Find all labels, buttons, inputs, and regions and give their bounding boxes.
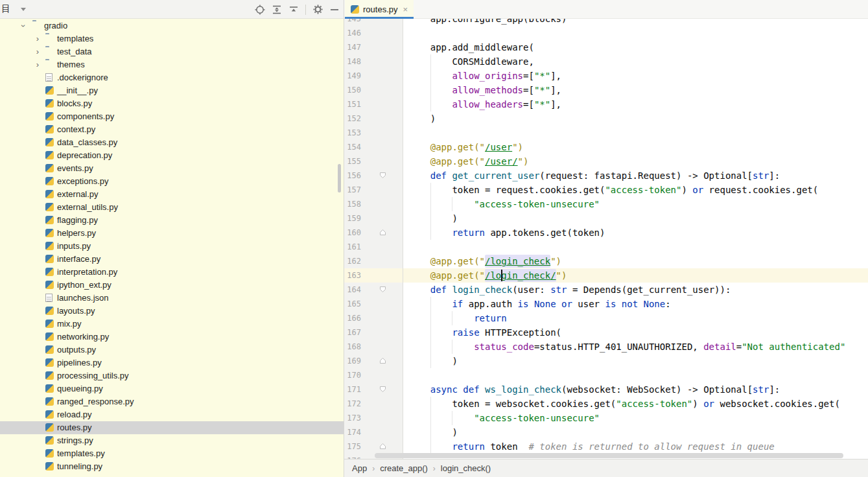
- tree-item-__init__.py[interactable]: __init__.py: [0, 84, 344, 97]
- code-line-153[interactable]: 153: [344, 126, 868, 140]
- code-line-174[interactable]: 174 ): [344, 425, 868, 439]
- fold-down-icon[interactable]: [379, 172, 386, 179]
- tree-item-label: themes: [57, 58, 85, 71]
- tree-item-exceptions.py[interactable]: exceptions.py: [0, 175, 344, 188]
- tree-item-templates[interactable]: ›templates: [0, 32, 344, 45]
- code-line-151[interactable]: 151 allow_headers=["*"],: [344, 97, 868, 111]
- code-line-149[interactable]: 149 allow_origins=["*"],: [344, 69, 868, 83]
- tree-item-blocks.py[interactable]: blocks.py: [0, 97, 344, 110]
- code-line-164[interactable]: 164 def login_check(user: str = Depends(…: [344, 283, 868, 297]
- code-line-146[interactable]: 146: [344, 26, 868, 40]
- code-line-175[interactable]: 175 return token # token is returned to …: [344, 439, 868, 454]
- fold-down-icon[interactable]: [379, 286, 386, 293]
- chevron-expanded-icon[interactable]: ›: [17, 22, 30, 30]
- code-line-147[interactable]: 147 app.add_middleware(: [344, 40, 868, 54]
- breadcrumb-item[interactable]: App: [352, 463, 367, 473]
- tree-item-gradio[interactable]: ›gradio: [0, 19, 344, 32]
- python-file-icon: [45, 255, 54, 263]
- tree-item-events.py[interactable]: events.py: [0, 162, 344, 175]
- chevron-collapsed-icon[interactable]: ›: [34, 58, 41, 71]
- chevron-collapsed-icon[interactable]: ›: [34, 45, 41, 58]
- code-line-161[interactable]: 161: [344, 240, 868, 254]
- tree-item-components.py[interactable]: components.py: [0, 110, 344, 123]
- chevron-collapsed-icon[interactable]: ›: [34, 32, 41, 45]
- line-number: 149: [344, 69, 361, 83]
- tree-item-flagging.py[interactable]: flagging.py: [0, 214, 344, 227]
- tree-item-.dockerignore[interactable]: .dockerignore: [0, 71, 344, 84]
- tree-item-inputs.py[interactable]: inputs.py: [0, 240, 344, 253]
- code-line-160[interactable]: 160 return app.tokens.get(token): [344, 226, 868, 240]
- code-line-167[interactable]: 167 raise HTTPException(: [344, 325, 868, 340]
- tree-item-ranged_response.py[interactable]: ranged_response.py: [0, 395, 344, 408]
- gear-icon[interactable]: [312, 5, 323, 15]
- fold-up-icon[interactable]: [379, 443, 386, 450]
- tree-item-routes.py[interactable]: routes.py: [0, 421, 344, 434]
- project-tree[interactable]: ›gradio›templates›test_data›themes.docke…: [0, 19, 344, 477]
- code-line-158[interactable]: 158 "access-token-unsecure": [344, 197, 868, 211]
- tree-item-data_classes.py[interactable]: data_classes.py: [0, 136, 344, 149]
- code-line-170[interactable]: 170: [344, 368, 868, 382]
- python-file-icon: [45, 281, 54, 289]
- tree-item-pipelines.py[interactable]: pipelines.py: [0, 356, 344, 369]
- close-icon[interactable]: ×: [403, 5, 408, 14]
- tree-item-label: .dockerignore: [57, 71, 108, 84]
- tree-item-external_utils.py[interactable]: external_utils.py: [0, 201, 344, 214]
- tree-item-helpers.py[interactable]: helpers.py: [0, 227, 344, 240]
- tree-item-mix.py[interactable]: mix.py: [0, 318, 344, 331]
- code-line-156[interactable]: 156 def get_current_user(request: fastap…: [344, 169, 868, 183]
- tree-item-ipython_ext.py[interactable]: ipython_ext.py: [0, 279, 344, 292]
- tree-item-deprecation.py[interactable]: deprecation.py: [0, 149, 344, 162]
- code-line-166[interactable]: 166 return: [344, 311, 868, 325]
- code-line-157[interactable]: 157 token = request.cookies.get("access-…: [344, 183, 868, 197]
- code-line-171[interactable]: 171 async def ws_login_check(websocket: …: [344, 382, 868, 397]
- code-line-168[interactable]: 168 status_code=status.HTTP_401_UNAUTHOR…: [344, 340, 868, 354]
- tree-item-interpretation.py[interactable]: interpretation.py: [0, 266, 344, 279]
- code-line-148[interactable]: 148 CORSMiddleware,: [344, 54, 868, 69]
- tree-item-launches.json[interactable]: launches.json: [0, 292, 344, 305]
- tree-item-strings.py[interactable]: strings.py: [0, 434, 344, 447]
- code-line-165[interactable]: 165 if app.auth is None or user is not N…: [344, 297, 868, 311]
- code-line-145[interactable]: 145 app.configure_app(blocks): [344, 19, 868, 26]
- code-line-152[interactable]: 152 ): [344, 111, 868, 126]
- tree-item-external.py[interactable]: external.py: [0, 188, 344, 201]
- horizontal-scrollbar[interactable]: [375, 453, 843, 458]
- code-area[interactable]: 145 app.configure_app(blocks)146147 app.…: [344, 19, 868, 459]
- python-file-icon: [45, 151, 54, 159]
- breadcrumb-item[interactable]: login_check(): [441, 463, 491, 473]
- tree-item-context.py[interactable]: context.py: [0, 123, 344, 136]
- tree-item-networking.py[interactable]: networking.py: [0, 331, 344, 343]
- code-line-162[interactable]: 162 @app.get("/login_check"): [344, 254, 868, 268]
- code-line-159[interactable]: 159 ): [344, 211, 868, 226]
- code-line-150[interactable]: 150 allow_methods=["*"],: [344, 83, 868, 97]
- tree-item-processing_utils.py[interactable]: processing_utils.py: [0, 369, 344, 382]
- fold-down-icon[interactable]: [379, 386, 386, 393]
- fold-up-icon[interactable]: [379, 229, 386, 236]
- tree-item-outputs.py[interactable]: outputs.py: [0, 343, 344, 356]
- tab-routes-py[interactable]: routes.py ×: [345, 0, 414, 19]
- code-line-173[interactable]: 173 "access-token-unsecure": [344, 411, 868, 425]
- fold-up-icon[interactable]: [379, 357, 386, 364]
- code-line-163[interactable]: 163 @app.get("/login_check/"): [344, 268, 868, 283]
- tree-item-themes[interactable]: ›themes: [0, 58, 344, 71]
- project-panel-title[interactable]: 目: [1, 3, 10, 15]
- code-line-172[interactable]: 172 token = websocket.cookies.get("acces…: [344, 397, 868, 411]
- collapse-all-icon[interactable]: [288, 5, 299, 15]
- tree-item-queueing.py[interactable]: queueing.py: [0, 382, 344, 395]
- select-opened-file-icon[interactable]: [255, 5, 265, 15]
- tree-item-tunneling.py[interactable]: tunneling.py: [0, 460, 344, 473]
- code-line-155[interactable]: 155 @app.get("/user/"): [344, 154, 868, 169]
- line-number: 156: [344, 169, 361, 183]
- tree-item-test_data[interactable]: ›test_data: [0, 45, 344, 58]
- code-line-169[interactable]: 169 ): [344, 354, 868, 368]
- chevron-down-icon[interactable]: [21, 8, 26, 11]
- tree-item-layouts.py[interactable]: layouts.py: [0, 305, 344, 318]
- project-tree-scrollbar[interactable]: [338, 164, 341, 192]
- code-line-154[interactable]: 154 @app.get("/user"): [344, 140, 868, 154]
- expand-all-icon[interactable]: [272, 5, 282, 15]
- hide-panel-icon[interactable]: [329, 5, 340, 15]
- tree-item-templates.py[interactable]: templates.py: [0, 447, 344, 460]
- breadcrumb-item[interactable]: create_app(): [380, 463, 428, 473]
- tree-item-interface.py[interactable]: interface.py: [0, 253, 344, 266]
- tree-item-reload.py[interactable]: reload.py: [0, 408, 344, 421]
- ide-window: 目: [0, 0, 868, 477]
